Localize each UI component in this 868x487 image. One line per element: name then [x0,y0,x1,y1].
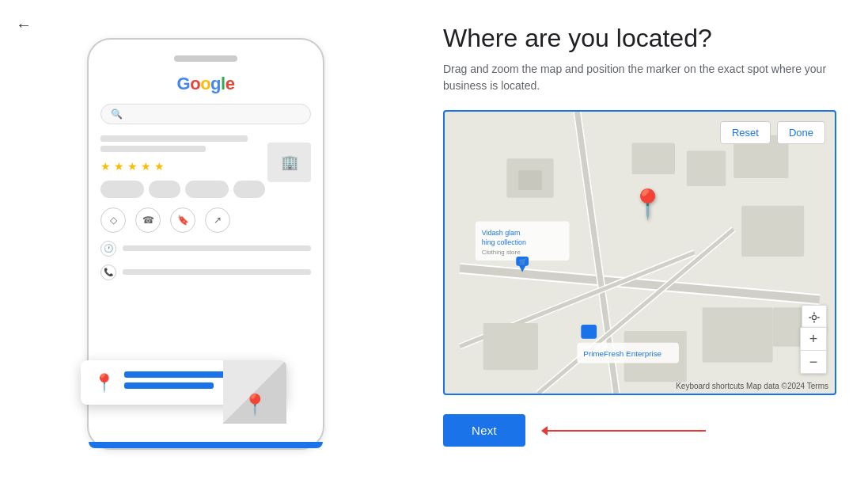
zoom-out-button[interactable]: − [801,351,826,373]
action-icons-row: ◇ ☎ 🔖 ↗ [100,207,311,233]
svg-rect-14 [741,206,804,257]
action-icon-phone[interactable]: ☎ [135,207,161,233]
phone-icon: 📞 [100,264,116,280]
svg-text:hing collection: hing collection [482,238,526,246]
next-button[interactable]: Next [443,414,525,447]
thumbnail-image: 🏢 [267,143,311,182]
logo-e: e [226,74,235,93]
location-popup-card: 📍 📍 [81,360,286,405]
arrow-head [541,426,548,436]
reset-button[interactable]: Reset [720,121,771,144]
page-title: Where are you located? [443,24,836,53]
phone-bottom-bar [89,442,323,448]
action-icon-share[interactable]: ↗ [205,207,230,233]
skel-line-2 [100,146,206,152]
map-button-row: Reset Done [720,121,825,144]
map-container[interactable]: Vidash glam hing collection Clothing sto… [443,110,836,395]
done-button[interactable]: Done [777,121,825,144]
svg-rect-10 [518,170,542,190]
phone-notch [174,55,237,62]
back-button[interactable]: ← [16,16,32,34]
star-5: ★ [154,160,165,173]
map-zoom-controls: + − [800,327,827,374]
phone-bottom-content: 🕐 📞 [100,241,311,280]
pill-row [100,181,311,198]
popup-location-icon: 📍 [93,373,115,394]
logo-o1: o [190,74,200,93]
svg-text:Clothing store: Clothing store [482,249,521,256]
svg-text:Vidash glam: Vidash glam [482,229,521,237]
star-1: ★ [100,160,111,173]
pill-4 [233,181,265,198]
phone-search-bar: 🔍 [100,104,311,124]
logo-g: G [177,74,191,93]
logo-o2: o [200,74,210,93]
search-icon: 🔍 [111,108,123,120]
phone-mockup: Google 🔍 ★ ★ ★ ★ ★ 🏢 ◇ [87,38,324,450]
google-logo: Google [100,74,311,94]
clock-row: 🕐 [100,241,311,257]
pill-2 [149,181,180,198]
svg-rect-17 [483,323,538,370]
right-panel: Where are you located? Drag and zoom the… [411,0,868,487]
star-3: ★ [127,160,138,173]
zoom-in-button[interactable]: + [801,328,826,350]
skel-phone-line [123,269,311,275]
map-attribution: Keyboard shortcuts Map data ©2024 Terms [676,382,828,390]
location-marker[interactable]: 📍 [630,190,665,219]
page-subtitle: Drag and zoom the map and position the m… [443,61,836,94]
action-icon-1[interactable]: ◇ [100,207,126,233]
skel-line-1 [100,135,248,142]
arrow-line [548,430,706,432]
next-button-row: Next [443,414,836,447]
svg-text:PrimeFresh Enterprise: PrimeFresh Enterprise [583,349,661,358]
svg-rect-28 [581,325,597,339]
left-panel: ← Google 🔍 ★ ★ ★ ★ ★ 🏢 [0,0,411,487]
pill-3 [185,181,229,198]
pill-1 [100,181,144,198]
map-background: Vidash glam hing collection Clothing sto… [445,112,835,394]
clock-icon: 🕐 [100,241,116,257]
popup-line-2 [124,382,214,389]
skel-clock-line [123,245,311,251]
svg-rect-12 [687,150,726,186]
svg-rect-11 [632,143,675,175]
popup-map-corner: 📍 [223,360,286,424]
star-2: ★ [114,160,124,173]
star-4: ★ [141,160,151,173]
action-icon-save[interactable]: 🔖 [170,207,195,233]
popup-map-pin: 📍 [242,393,267,417]
svg-rect-15 [703,307,773,362]
arrow-indicator [541,426,706,436]
phone-row: 📞 [100,264,311,280]
logo-g2: g [210,74,221,93]
svg-text:🛒: 🛒 [519,257,527,265]
svg-point-29 [812,315,816,319]
